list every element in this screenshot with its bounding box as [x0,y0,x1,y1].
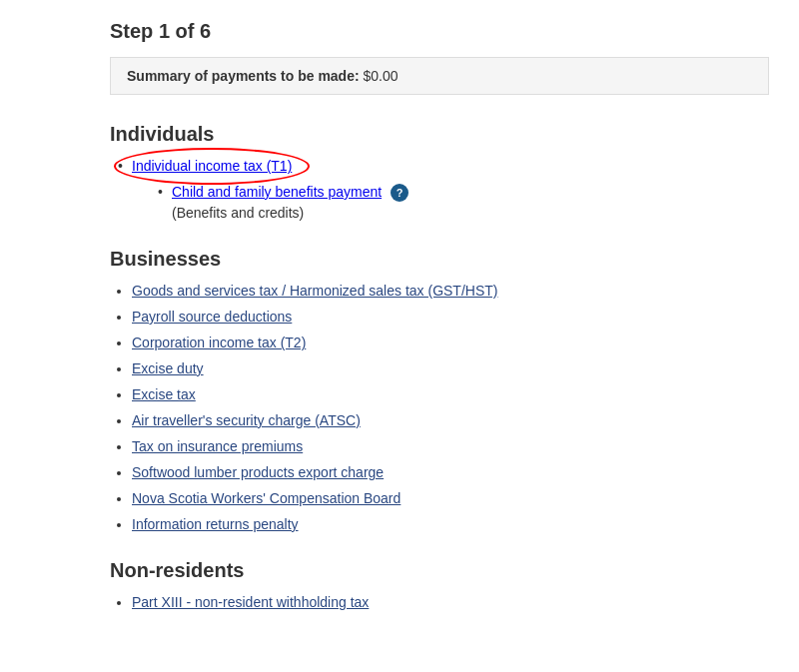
list-item-part-xiii: Part XIII - non-resident withholding tax [132,592,769,613]
list-item-corporation-tax: Corporation income tax (T2) [132,333,769,353]
corporation-tax-link[interactable]: Corporation income tax (T2) [132,335,306,350]
list-item-payroll: Payroll source deductions [132,307,769,328]
non-residents-list: Part XIII - non-resident withholding tax [110,592,769,613]
individuals-title: Individuals [110,123,769,146]
softwood-lumber-link[interactable]: Softwood lumber products export charge [132,464,384,480]
individual-income-tax-link[interactable]: Individual income tax (T1) [132,158,292,174]
list-item-excise-tax: Excise tax [132,384,769,405]
benefits-note: (Benefits and credits) [172,205,304,221]
non-residents-section: Non-residents Part XIII - non-resident w… [110,559,769,613]
tax-insurance-link[interactable]: Tax on insurance premiums [132,438,303,454]
payroll-link[interactable]: Payroll source deductions [132,309,292,325]
nova-scotia-link[interactable]: Nova Scotia Workers' Compensation Board [132,490,400,506]
summary-amount: $0.00 [364,68,399,84]
list-item-gst-hst: Goods and services tax / Harmonized sale… [132,281,769,302]
excise-tax-link[interactable]: Excise tax [132,386,196,402]
non-residents-title: Non-residents [110,559,769,582]
list-item-excise-duty: Excise duty [132,358,769,379]
gst-hst-link[interactable]: Goods and services tax / Harmonized sale… [132,283,497,299]
summary-label: Summary of payments to be made: [127,68,360,84]
sub-list: Child and family benefits payment ? (Ben… [132,182,769,224]
list-item-nova-scotia: Nova Scotia Workers' Compensation Board [132,488,769,509]
list-item-child-family: Child and family benefits payment ? (Ben… [132,182,769,224]
list-item-air-traveller: Air traveller's security charge (ATSC) [132,410,769,431]
info-returns-link[interactable]: Information returns penalty [132,516,299,532]
circled-wrapper: Individual income tax (T1) [132,156,292,177]
list-item-individual-income-tax: Individual income tax (T1) Child and fam… [110,156,769,224]
individuals-list: Individual income tax (T1) Child and fam… [110,156,769,224]
child-family-benefits-link[interactable]: Child and family benefits payment [172,184,382,200]
businesses-list: Goods and services tax / Harmonized sale… [110,281,769,535]
list-item-softwood-lumber: Softwood lumber products export charge [132,462,769,483]
businesses-title: Businesses [110,248,769,271]
page-container: Step 1 of 6 Summary of payments to be ma… [0,0,799,657]
businesses-section: Businesses Goods and services tax / Harm… [110,248,769,535]
excise-duty-link[interactable]: Excise duty [132,360,204,376]
list-item-tax-insurance: Tax on insurance premiums [132,436,769,457]
step-title: Step 1 of 6 [110,20,769,43]
help-icon[interactable]: ? [391,184,408,202]
summary-box: Summary of payments to be made: $0.00 [110,57,769,95]
part-xiii-link[interactable]: Part XIII - non-resident withholding tax [132,594,369,610]
air-traveller-link[interactable]: Air traveller's security charge (ATSC) [132,412,361,428]
list-item-info-returns: Information returns penalty [132,514,769,535]
individuals-section: Individuals Individual income tax (T1) C… [110,123,769,224]
